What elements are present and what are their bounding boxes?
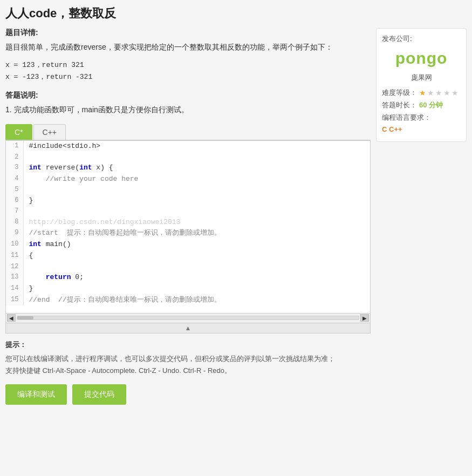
publisher-name: 庞果网: [382, 73, 461, 83]
code-line-row: 4 //write your code here: [6, 174, 370, 185]
line-number: 15: [6, 295, 23, 306]
problem-section: 题目详情: 题目很简单，完成函数reverse，要求实现把给定的一个整数取其相反…: [5, 28, 371, 83]
code-example-2: x = -123，return -321: [5, 71, 371, 83]
star-3: ★: [435, 89, 442, 97]
line-content: int reverse(int x) {: [23, 162, 370, 174]
line-number: 10: [6, 239, 23, 250]
hints-line-2: 支持快捷键 Ctrl-Alt-Space - Autocomplete. Ctr…: [5, 365, 371, 377]
tab-c[interactable]: C*: [5, 124, 32, 140]
code-line-row: 10int main(): [6, 239, 370, 250]
scroll-left-btn[interactable]: ◀: [7, 314, 16, 322]
tab-cpp[interactable]: C++: [33, 124, 66, 140]
time-label: 答题时长：: [382, 100, 417, 110]
code-line-row: 7: [6, 206, 370, 216]
line-number: 3: [6, 162, 23, 174]
code-line-row: 11{: [6, 250, 370, 262]
lang-value-row: C C++: [382, 125, 461, 133]
code-line-row: 3int reverse(int x) {: [6, 162, 370, 174]
line-number: 12: [6, 262, 23, 272]
star-2: ★: [427, 89, 434, 97]
line-number: 7: [6, 206, 23, 216]
code-line-row: 9//start 提示：自动阅卷起始唯一标识，请勿删除或增加。: [6, 228, 370, 239]
line-number: 2: [6, 152, 23, 162]
star-1: ★: [419, 89, 426, 97]
line-content: #include<stdio.h>: [23, 141, 370, 152]
line-content: //start 提示：自动阅卷起始唯一标识，请勿删除或增加。: [23, 228, 370, 239]
collapse-arrow[interactable]: ▲: [5, 323, 371, 334]
line-content: {: [23, 250, 370, 262]
difficulty-label: 难度等级：: [382, 88, 417, 98]
publisher-box: 发布公司: pongo 庞果网 难度等级： ★ ★ ★ ★ ★ 答题时: [376, 28, 467, 142]
pongo-text: pongo: [395, 49, 448, 67]
line-number: 8: [6, 217, 23, 228]
horizontal-scrollbar[interactable]: ◀ ▶: [5, 314, 371, 323]
code-line-row: 5: [6, 185, 370, 195]
compile-button[interactable]: 编译和测试: [5, 384, 67, 405]
code-line-row: 14}: [6, 283, 370, 295]
line-content: //end //提示：自动阅卷结束唯一标识，请勿删除或增加。: [23, 295, 370, 306]
line-content: [23, 262, 370, 272]
answer-section: 答题说明: 1. 完成功能函数即可，main函数只是方便你自行测试。: [5, 91, 371, 117]
line-number: 14: [6, 283, 23, 295]
pongo-logo: pongo: [382, 49, 461, 67]
difficulty-row: 难度等级： ★ ★ ★ ★ ★: [382, 88, 461, 98]
lang-row: 编程语言要求：: [382, 113, 461, 123]
difficulty-stars: ★ ★ ★ ★ ★: [419, 89, 459, 97]
lang-value: C C++: [382, 125, 402, 133]
hints-line-1: 您可以在线编译测试，进行程序调试，也可以多次提交代码，但积分或奖品的评判以第一次…: [5, 353, 371, 365]
hints-section: 提示： 您可以在线编译测试，进行程序调试，也可以多次提交代码，但积分或奖品的评判…: [5, 339, 371, 377]
line-number: 5: [6, 185, 23, 195]
line-number: 1: [6, 141, 23, 152]
line-content: [23, 185, 370, 195]
lang-label: 编程语言要求：: [382, 113, 431, 123]
code-line-row: 2: [6, 152, 370, 162]
star-5: ★: [452, 89, 459, 97]
line-number: 4: [6, 174, 23, 185]
line-content: int main(): [23, 239, 370, 250]
star-4: ★: [443, 89, 450, 97]
scroll-right-btn[interactable]: ▶: [360, 314, 369, 322]
line-content: //write your code here: [23, 174, 370, 185]
code-line-row: 12: [6, 262, 370, 272]
code-line-row: 6}: [6, 195, 370, 207]
scroll-track[interactable]: [17, 316, 359, 320]
code-line-row: 13 return 0;: [6, 272, 370, 283]
code-line-row: 1#include<stdio.h>: [6, 141, 370, 152]
line-number: 13: [6, 272, 23, 283]
line-content: [23, 152, 370, 162]
time-value: 60 分钟: [419, 100, 443, 110]
scroll-thumb: [17, 316, 33, 319]
publisher-label: 发布公司:: [382, 34, 461, 44]
action-buttons: 编译和测试 提交代码: [5, 384, 371, 405]
tabs-bar: C* C++: [5, 124, 371, 141]
code-example-1: x = 123，return 321: [5, 59, 371, 71]
submit-button[interactable]: 提交代码: [72, 384, 126, 405]
problem-desc: 题目很简单，完成函数reverse，要求实现把给定的一个整数取其相反数的功能，举…: [5, 41, 371, 54]
line-number: 9: [6, 228, 23, 239]
code-line-row: 15//end //提示：自动阅卷结束唯一标识，请勿删除或增加。: [6, 295, 370, 306]
line-number: 11: [6, 250, 23, 262]
time-row: 答题时长： 60 分钟: [382, 100, 461, 110]
line-number: 6: [6, 195, 23, 207]
answer-note: 1. 完成功能函数即可，main函数只是方便你自行测试。: [5, 104, 371, 117]
line-content: http://blog.csdn.net/dingxiaowei2013: [23, 217, 370, 228]
line-content: }: [23, 195, 370, 207]
code-line-row: 8http://blog.csdn.net/dingxiaowei2013: [6, 217, 370, 228]
line-content: }: [23, 283, 370, 295]
code-editor[interactable]: 1#include<stdio.h>23int reverse(int x) {…: [5, 141, 371, 314]
problem-section-label: 题目详情:: [5, 28, 371, 38]
line-content: return 0;: [23, 272, 370, 283]
hints-title: 提示：: [5, 339, 371, 351]
page-title: 人人code，整数取反: [5, 5, 467, 22]
line-content: [23, 206, 370, 216]
answer-section-label: 答题说明:: [5, 91, 371, 100]
